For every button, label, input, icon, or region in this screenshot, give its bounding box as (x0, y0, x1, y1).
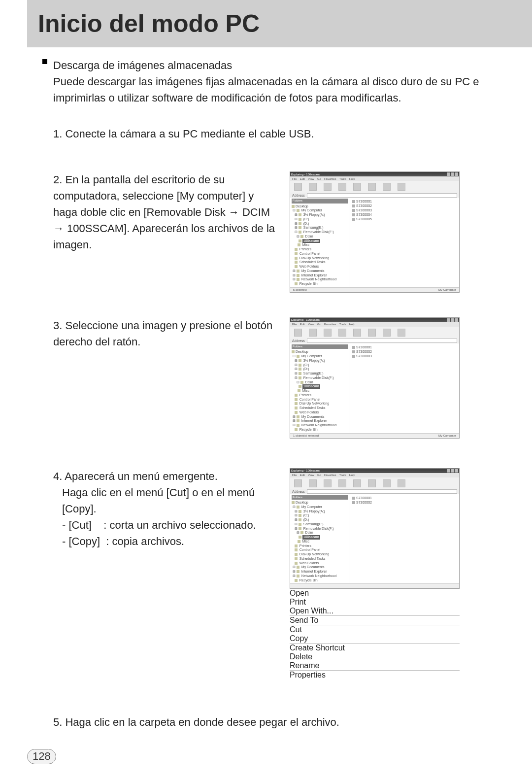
step-4d: - [Copy] : copia archivos. (53, 533, 280, 549)
intro-heading: Descarga de imágenes almacenadas (53, 57, 502, 73)
page-number: 128 (27, 749, 56, 764)
address-bar: Address (290, 193, 459, 198)
step-4a: 4. Aparecerá un menú emergente. (53, 468, 280, 484)
step-4c: - [Cut] : corta un archivo seleccionado. (53, 517, 280, 533)
step-4b: Haga clic en el menú [Cut] o en el menú … (53, 484, 280, 517)
context-menu: Open Print Open With... Send To Cut Copy… (290, 589, 460, 679)
step-1-text: 1. Conecte la cámara a su PC mediante el… (39, 126, 502, 142)
step-3-figure: Exploring - 100sscam File Edit View Go F… (290, 317, 460, 439)
menu-bar: File Edit View Go Favorites Tools Help (290, 176, 459, 181)
intro-body: Puede descargar las imágenes fijas almac… (53, 73, 502, 106)
page-title: Inicio del modo PC (38, 9, 260, 38)
explorer-window: Exploring - 100sscam File Edit View Go F… (290, 468, 460, 589)
toolbar (290, 181, 459, 193)
bullet-icon (42, 59, 47, 64)
explorer-window: Exploring - 100sscam File Edit View Go F… (290, 171, 460, 293)
window-controls (447, 172, 458, 176)
explorer-window: Exploring - 100sscam File Edit View Go F… (290, 317, 460, 439)
step-5: 5. Haga clic en la carpeta en donde dese… (39, 714, 502, 730)
page-header: Inicio del modo PC (27, 0, 532, 47)
step-3: 3. Seleccione una imagen y presione el b… (39, 317, 502, 439)
window-title: Exploring - 100sscam (291, 173, 320, 176)
folder-tree: Folders Desktop ⊟ My Computer ⊞ 3½ Flopp… (290, 198, 350, 287)
step-2: 2. En la pantalla del escritorio de su c… (39, 171, 502, 293)
step-5-text: 5. Haga clic en la carpeta en donde dese… (39, 714, 502, 730)
step-4: 4. Aparecerá un menú emergente. Haga cli… (39, 468, 502, 680)
step-3-text: 3. Seleccione una imagen y presione el b… (39, 317, 280, 350)
step-2-text: 2. En la pantalla del escritorio de su c… (39, 171, 280, 253)
step-1: 1. Conecte la cámara a su PC mediante el… (39, 126, 502, 142)
intro-block: Descarga de imágenes almacenadas Puede d… (39, 57, 502, 106)
step-4-figure: Exploring - 100sscam File Edit View Go F… (290, 468, 460, 680)
file-list: S7300001 S7300002 S7300003 S7300004 S730… (350, 198, 459, 287)
step-2-figure: Exploring - 100sscam File Edit View Go F… (290, 171, 460, 293)
